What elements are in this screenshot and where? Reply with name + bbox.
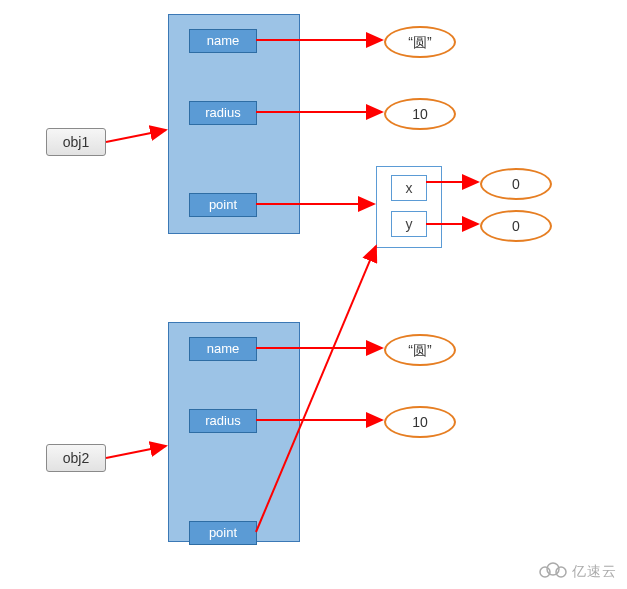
obj2-slot-name: name (189, 337, 257, 361)
obj1-value-radius-text: 10 (412, 106, 428, 122)
var-obj2: obj2 (46, 444, 106, 472)
point-value-x-text: 0 (512, 176, 520, 192)
point-value-y: 0 (480, 210, 552, 242)
obj2-slot-radius-label: radius (205, 413, 240, 428)
obj2-value-name: “圆” (384, 334, 456, 366)
obj1-value-radius: 10 (384, 98, 456, 130)
point-field-x-label: x (406, 180, 413, 196)
obj1-value-name-text: “圆” (408, 34, 431, 50)
obj1-slot-radius: radius (189, 101, 257, 125)
cloud-icon (538, 561, 568, 584)
point-field-y: y (391, 211, 427, 237)
point-box: x y (376, 166, 442, 248)
obj1-slot-radius-label: radius (205, 105, 240, 120)
point-value-y-text: 0 (512, 218, 520, 234)
obj2-value-radius: 10 (384, 406, 456, 438)
var-obj1-label: obj1 (63, 134, 89, 150)
var-obj2-label: obj2 (63, 450, 89, 466)
obj2-value-name-text: “圆” (408, 342, 431, 358)
obj1-rect: name radius point (168, 14, 300, 234)
obj1-slot-point: point (189, 193, 257, 217)
obj1-slot-name-label: name (207, 33, 240, 48)
obj2-rect: name radius point (168, 322, 300, 542)
obj1-slot-point-label: point (209, 197, 237, 212)
obj2-slot-name-label: name (207, 341, 240, 356)
watermark-text: 亿速云 (572, 563, 617, 581)
point-field-y-label: y (406, 216, 413, 232)
svg-line-1 (106, 130, 166, 142)
obj1-slot-name: name (189, 29, 257, 53)
obj2-slot-point: point (189, 521, 257, 545)
obj2-value-radius-text: 10 (412, 414, 428, 430)
obj2-slot-point-label: point (209, 525, 237, 540)
obj1-value-name: “圆” (384, 26, 456, 58)
svg-line-2 (106, 446, 166, 458)
var-obj1: obj1 (46, 128, 106, 156)
obj2-slot-radius: radius (189, 409, 257, 433)
diagram-canvas: obj1 obj2 name radius point name radius … (0, 0, 627, 589)
point-value-x: 0 (480, 168, 552, 200)
watermark: 亿速云 (538, 560, 617, 583)
point-field-x: x (391, 175, 427, 201)
arrows-layer (0, 0, 627, 589)
